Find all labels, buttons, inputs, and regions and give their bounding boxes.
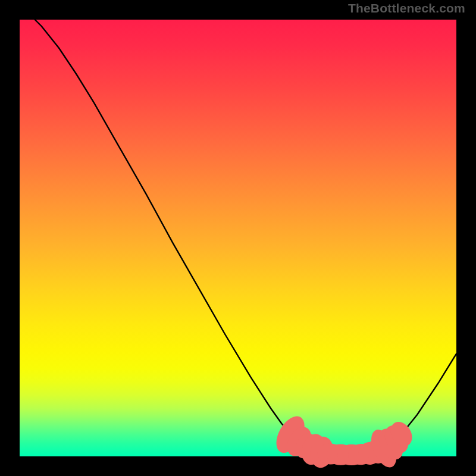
plot-area [20, 20, 456, 456]
curve-svg [20, 20, 456, 456]
chart-container: TheBottleneck.com [0, 0, 476, 476]
attribution-text: TheBottleneck.com [348, 1, 465, 15]
bottleneck-curve [35, 20, 456, 455]
data-markers [271, 412, 416, 471]
